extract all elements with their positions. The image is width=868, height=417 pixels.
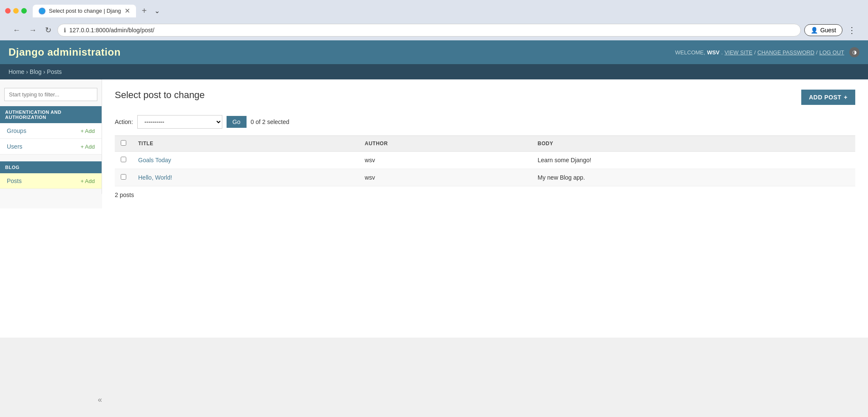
add-post-icon: + [844, 94, 848, 101]
groups-add-link[interactable]: + Add [80, 128, 95, 134]
new-tab-button[interactable]: + [139, 4, 150, 17]
django-admin: Django administration WELCOME, WSV. VIEW… [0, 40, 868, 338]
browser-chrome: 🌐 Select post to change | Djang ✕ + ⌄ ← … [0, 0, 868, 40]
auth-section-header: AUTHENTICATION AND AUTHORIZATION [0, 106, 102, 123]
maximize-window-button[interactable] [21, 8, 27, 14]
django-admin-title: Django administration [9, 46, 121, 58]
user-account-icon: 👤 [811, 27, 818, 34]
breadcrumb: Home › Blog › Posts [0, 64, 868, 79]
users-add-link[interactable]: + Add [80, 144, 95, 150]
django-body: AUTHENTICATION AND AUTHORIZATION Groups … [0, 79, 868, 208]
traffic-lights [5, 8, 27, 14]
add-post-button[interactable]: ADD POST + [801, 90, 855, 105]
breadcrumb-posts: Posts [47, 68, 62, 75]
post-body-cell: Learn some Django! [532, 152, 855, 169]
go-button[interactable]: Go [227, 116, 247, 128]
close-window-button[interactable] [5, 8, 11, 14]
header-row: TITLE AUTHOR BODY [115, 136, 855, 152]
selected-count: 0 of 2 selected [251, 118, 289, 125]
sidebar: AUTHENTICATION AND AUTHORIZATION Groups … [0, 79, 102, 194]
main-header: Select post to change ADD POST + [115, 90, 855, 105]
user-account-label: Guest [820, 27, 836, 34]
django-header: Django administration WELCOME, WSV. VIEW… [0, 40, 868, 64]
actions-bar: Action: ---------- Go 0 of 2 selected [115, 115, 855, 129]
tab-bar: 🌐 Select post to change | Djang ✕ + ⌄ [5, 4, 863, 17]
sidebar-item-posts: Posts + Add [0, 173, 102, 189]
theme-toggle-button[interactable]: ◑ [849, 47, 859, 57]
users-link[interactable]: Users [7, 143, 23, 150]
breadcrumb-sep2: › [43, 68, 45, 75]
post-title-cell: Hello, World! [132, 169, 359, 186]
row-checkbox-1[interactable] [121, 174, 126, 180]
sidebar-gap [0, 155, 102, 161]
sidebar-item-groups: Groups + Add [0, 123, 102, 139]
posts-table: TITLE AUTHOR BODY Goals Today wsv Learn … [115, 135, 855, 186]
posts-add-link[interactable]: + Add [80, 178, 95, 184]
sidebar-wrapper: AUTHENTICATION AND AUTHORIZATION Groups … [0, 79, 102, 208]
address-bar[interactable]: ℹ 127.0.0.1:8000/admin/blog/post/ [57, 24, 801, 37]
post-count: 2 posts [115, 192, 855, 198]
separator1: / [754, 49, 756, 56]
separator2: / [816, 49, 818, 56]
row-checkbox-cell [115, 169, 132, 186]
posts-tbody: Goals Today wsv Learn some Django! Hello… [115, 152, 855, 186]
col-author-header[interactable]: AUTHOR [359, 136, 532, 152]
forward-button[interactable]: → [26, 24, 39, 37]
tab-favicon: 🌐 [39, 8, 45, 14]
sidebar-item-users: Users + Add [0, 139, 102, 155]
post-author-cell: wsv [359, 169, 532, 186]
post-author-cell: wsv [359, 152, 532, 169]
select-all-checkbox[interactable] [121, 140, 126, 146]
tab-title-text: Select post to change | Djang [49, 8, 121, 14]
info-icon: ℹ [64, 27, 66, 34]
groups-link[interactable]: Groups [7, 127, 26, 134]
col-title-header[interactable]: TITLE [132, 136, 359, 152]
active-browser-tab[interactable]: 🌐 Select post to change | Djang ✕ [33, 5, 136, 17]
post-body-cell: My new Blog app. [532, 169, 855, 186]
change-password-link[interactable]: CHANGE PASSWORD [757, 49, 814, 56]
page-title: Select post to change [115, 90, 205, 101]
view-site-link[interactable]: VIEW SITE [724, 49, 752, 56]
posts-link[interactable]: Posts [7, 178, 22, 184]
browser-toolbar: ← → ↻ ℹ 127.0.0.1:8000/admin/blog/post/ … [5, 21, 863, 40]
reload-button[interactable]: ↻ [43, 24, 54, 37]
breadcrumb-blog[interactable]: Blog [30, 68, 42, 75]
table-row: Hello, World! wsv My new Blog app. [115, 169, 855, 186]
username-text: WSV [707, 49, 720, 56]
main-content: Select post to change ADD POST + Action:… [102, 79, 868, 208]
table-header: TITLE AUTHOR BODY [115, 136, 855, 152]
col-body-header[interactable]: BODY [532, 136, 855, 152]
filter-input[interactable] [4, 88, 97, 101]
post-title-link[interactable]: Hello, World! [138, 174, 172, 181]
action-label: Action: [115, 118, 133, 125]
select-all-header [115, 136, 132, 152]
back-button[interactable]: ← [10, 24, 23, 37]
add-post-label: ADD POST [809, 94, 841, 101]
expand-button[interactable]: ⌄ [153, 5, 162, 17]
breadcrumb-sep1: › [26, 68, 28, 75]
close-tab-button[interactable]: ✕ [125, 8, 130, 14]
welcome-text: WELCOME, [675, 49, 705, 56]
minimize-window-button[interactable] [13, 8, 19, 14]
log-out-link[interactable]: LOG OUT [819, 49, 844, 56]
more-options-button[interactable]: ⋮ [846, 23, 858, 37]
post-title-link[interactable]: Goals Today [138, 157, 171, 163]
user-account-button[interactable]: 👤 Guest [804, 24, 842, 36]
action-select[interactable]: ---------- [137, 115, 222, 129]
user-info-bar: WELCOME, WSV. VIEW SITE / CHANGE PASSWOR… [675, 47, 859, 57]
row-checkbox-0[interactable] [121, 157, 126, 162]
table-row: Goals Today wsv Learn some Django! [115, 152, 855, 169]
blog-section-header: BLOG [0, 161, 102, 173]
breadcrumb-home[interactable]: Home [9, 68, 24, 75]
row-checkbox-cell [115, 152, 132, 169]
url-text: 127.0.0.1:8000/admin/blog/post/ [69, 27, 794, 34]
post-title-cell: Goals Today [132, 152, 359, 169]
